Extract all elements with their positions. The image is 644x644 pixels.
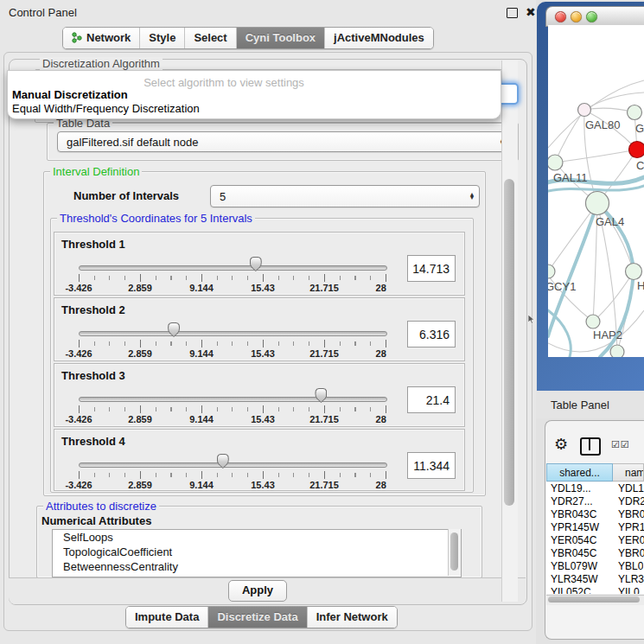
table-row[interactable]: YBR043CYBR0 [546,508,644,521]
algorithm-group-label: Discretization Algorithm [40,57,163,70]
threshold-4-slider[interactable]: -3.4262.8599.14415.4321.71528 [79,459,386,488]
split-view-icon[interactable] [580,437,601,456]
node-gcy1[interactable] [548,265,555,278]
table-row[interactable]: YER054CYER0 [546,534,644,547]
threshold-1-label: Threshold 1 [61,238,125,251]
algorithm-option-equal-width[interactable]: Equal Width/Frequency Discretization [12,102,200,115]
tab-discretize-data[interactable]: Discretize Data [208,607,307,628]
slider-track[interactable] [79,462,387,468]
tab-jactivemnodules-label: jActiveMNodules [334,31,424,44]
tab-impute-data-label: Impute Data [135,610,199,623]
algorithm-option-manual[interactable]: Manual Discretization [12,88,128,101]
tab-cyni-toolbox[interactable]: Cyni Toolbox [237,28,325,48]
node-label: HAP2 [593,328,622,341]
table-data-combobox[interactable]: galFiltered.sif default node ▲▼ [57,131,510,152]
node-label: GAL4 [596,215,624,228]
network-window-titlebar[interactable] [545,6,644,27]
tab-style-label: Style [149,31,175,44]
slider-scale-labels: -3.4262.8599.14415.4321.71528 [79,480,386,490]
tab-network[interactable]: Network [63,28,140,48]
slider-scale-labels: -3.4262.8599.14415.4321.71528 [79,348,386,359]
control-panel-titlebar: Control Panel ✖ [0,0,546,24]
threshold-2-slider[interactable]: -3.4262.8599.14415.4321.71528 [79,328,386,357]
window-close-button[interactable] [555,11,566,22]
column-header-shared[interactable]: shared... [546,463,613,481]
node-red-selected[interactable] [629,142,644,158]
top-tab-strip: Network Style Select Cyni Toolbox jActiv… [62,27,434,49]
mouse-cursor [528,315,535,324]
table-data-value: galFiltered.sif default node [58,136,495,149]
scrollbar-thumb[interactable] [450,532,458,571]
threshold-3-value-field[interactable]: 21.4 [407,386,456,413]
threshold-3-slider[interactable]: -3.4262.8599.14415.4321.71528 [79,393,386,423]
num-intervals-combobox[interactable]: 5 ▲▼ [210,185,480,207]
control-panel: Control Panel ✖ Network Style Select Cyn… [0,0,546,644]
panel-title: Control Panel [9,6,77,19]
node-gal4[interactable] [586,192,609,215]
bottom-tab-strip: Impute Data Discretize Data Infer Networ… [125,606,398,628]
node-label: GCY1 [548,280,576,293]
close-icon[interactable]: ✖ [526,5,536,19]
node-bottom[interactable] [610,345,624,357]
list-item[interactable]: SelfLoops [53,530,461,545]
thresholds-group-label: Threshold's Coordinates for 5 Intervals [57,212,255,225]
table-row[interactable]: YIL052CYIL0 [546,586,644,594]
slider-track[interactable] [79,331,387,336]
threshold-1-value-field[interactable]: 14.713 [407,255,456,282]
node-label: GA [635,122,644,135]
numerical-attributes-list[interactable]: SelfLoops TopologicalCoefficient Between… [52,529,462,577]
list-item[interactable]: TopologicalCoefficient [53,545,461,559]
tab-style[interactable]: Style [140,28,185,48]
network-canvas[interactable]: GAL80 GA C GAL11 GAL4 GCY1 H HAP2 [548,25,644,357]
node-label: GAL80 [585,118,620,131]
tab-cyni-toolbox-label: Cyni Toolbox [245,31,316,44]
threshold-2-value-field[interactable]: 6.316 [407,321,456,348]
gear-icon[interactable]: ⚙ [554,435,568,454]
table-row[interactable]: YPR145WYPR1 [546,521,644,534]
table-scrollbar-thumb[interactable] [548,596,640,603]
checkbox-columns-icon[interactable]: ☑☑ [611,439,630,450]
num-intervals-label: Number of Intervals [73,189,179,202]
slider-track[interactable] [79,265,387,271]
table-row[interactable]: YBL079WYBL0 [546,560,644,573]
float-window-icon[interactable] [507,8,518,18]
num-intervals-value: 5 [211,190,465,203]
threshold-3-panel: Threshold 3 -3.4262.8599.14415.4321.7152… [54,363,465,427]
threshold-2-panel: Threshold 2 -3.4262.8599.14415.4321.7152… [54,297,465,361]
tab-network-label: Network [86,31,131,44]
node-gal11[interactable] [548,155,563,170]
table-row[interactable]: YLR345WYLR3 [546,573,644,586]
tab-infer-network-label: Infer Network [316,610,388,623]
table-row[interactable]: YDL19...YDL1 [546,482,644,495]
table-panel-title: Table Panel [551,399,644,411]
network-graph: GAL80 GA C GAL11 GAL4 GCY1 H HAP2 [548,25,644,357]
tab-select[interactable]: Select [185,28,236,48]
window-minimize-button[interactable] [571,11,582,22]
node-h[interactable] [626,264,642,280]
tab-infer-network[interactable]: Infer Network [308,607,397,628]
table-row[interactable]: YDR27...YDR2 [546,495,644,508]
node-hap2[interactable] [586,315,600,328]
attributes-list-scrollbar[interactable] [448,529,461,576]
node-ga[interactable] [628,105,642,120]
panel-scrollbar-thumb[interactable] [504,179,514,506]
tab-discretize-data-label: Discretize Data [217,610,297,623]
combo-arrows-icon: ▲▼ [465,193,479,200]
attributes-group-label: Attributes to discretize [43,500,159,513]
column-header-name[interactable]: name [613,463,644,481]
table-rows: YDL19...YDL1 YDR27...YDR2 YBR043CYBR0 YP… [546,482,644,594]
apply-button[interactable]: Apply [228,580,287,602]
node-gal80[interactable] [578,104,591,117]
tab-impute-data[interactable]: Impute Data [126,607,208,628]
slider-minor-ticks [79,276,386,280]
slider-track[interactable] [79,397,387,402]
threshold-1-panel: Threshold 1 -3.4262.8599.14415.4321.7152… [54,232,465,296]
table-row[interactable]: YBR045CYBR0 [546,547,644,560]
slider-minor-ticks [79,341,386,346]
threshold-4-value-field[interactable]: 11.344 [407,452,456,479]
window-zoom-button[interactable] [586,11,597,22]
tab-jactivemnodules[interactable]: jActiveMNodules [325,28,433,48]
list-item[interactable]: BetweennessCentrality [53,559,461,574]
threshold-1-slider[interactable]: -3.4262.8599.14415.4321.71528 [79,262,386,291]
tab-select-label: Select [194,31,226,44]
